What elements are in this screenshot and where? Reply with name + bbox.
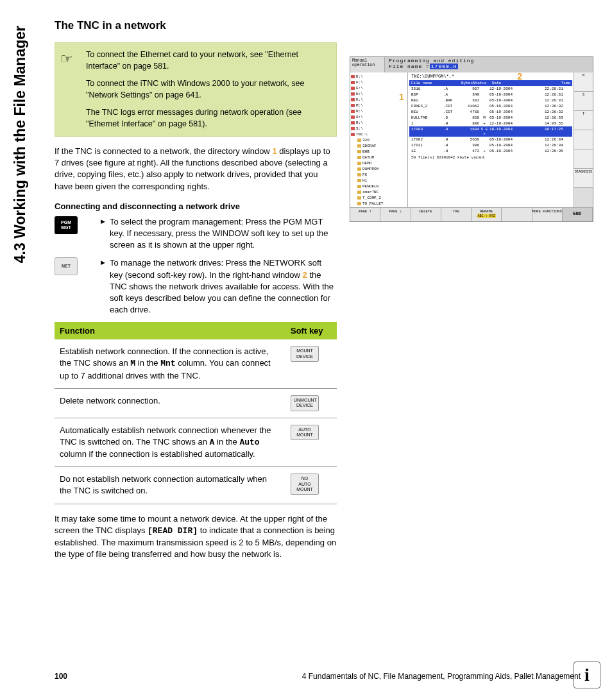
callout-2: 2 xyxy=(517,71,522,81)
subheading-connect: Connecting and disconnecting a network d… xyxy=(55,201,337,211)
no-auto-mount-softkey: NO AUTO MOUNT xyxy=(291,474,319,495)
fig-right-panel: M S T DIAGNOSIS xyxy=(574,73,593,207)
auto-mount-softkey: AUTO MOUNT xyxy=(291,425,319,441)
tnc-screenshot: Manual operation Programming and editing… xyxy=(350,56,593,222)
page-number: 100 xyxy=(55,672,67,681)
function-table: Function Soft key Establish network conn… xyxy=(55,322,337,504)
note-box: ☞ To connect the Ethernet card to your n… xyxy=(55,42,337,137)
th-function: Function xyxy=(55,322,285,339)
fig-title-bar: Programming and editing File name =17000… xyxy=(385,57,593,73)
note-p3: The TNC logs error messages during netwo… xyxy=(86,107,328,130)
pointing-hand-icon: ☞ xyxy=(60,49,73,69)
table-row: Delete network connection. UNMOUNT DEVIC… xyxy=(55,388,337,418)
note-p1: To connect the Ethernet card to your net… xyxy=(86,49,328,72)
step1-text: To select the program management: Press … xyxy=(110,216,337,252)
table-row: Automatically establish network connecti… xyxy=(55,418,337,467)
fig-softkey-row: PAGE ⇑ PAGE ⇓ DELETE TAG RENAMEABC ⇒ XYZ… xyxy=(350,207,593,221)
fig-mode-label: Manual operation xyxy=(350,57,385,73)
step2-text: To manage the network drives: Press the … xyxy=(110,257,337,316)
callout-1: 1 xyxy=(399,92,404,102)
mount-device-softkey: MOUNT DEVICE xyxy=(291,346,319,362)
unmount-device-softkey: UNMOUNT DEVICE xyxy=(291,395,319,411)
table-row: Establish network connection. If the con… xyxy=(55,339,337,388)
intro-para: If the TNC is connected to a network, th… xyxy=(55,146,337,192)
page-heading: The TNC in a network xyxy=(55,19,337,32)
closing-para: It may take some time to mount a network… xyxy=(55,513,337,561)
info-icon: i xyxy=(574,662,600,688)
th-softkey: Soft key xyxy=(285,322,337,339)
note-p2: To connect the iTNC with Windows 2000 to… xyxy=(86,78,328,101)
fig-file-list: TNC:\DUMPPGM\*.* File name Bytes Status … xyxy=(408,73,574,207)
chapter-label: 4 Fundamentals of NC, File Management, P… xyxy=(302,672,581,681)
pgm-mgt-key: PGM MGT xyxy=(55,216,78,234)
net-softkey: NET xyxy=(55,257,78,275)
table-row: Do not establish network connection auto… xyxy=(55,467,337,504)
page-footer: 100 4 Fundamentals of NC, File Managemen… xyxy=(55,672,581,681)
section-title: 4.3 Working with the File Manager xyxy=(12,26,29,302)
